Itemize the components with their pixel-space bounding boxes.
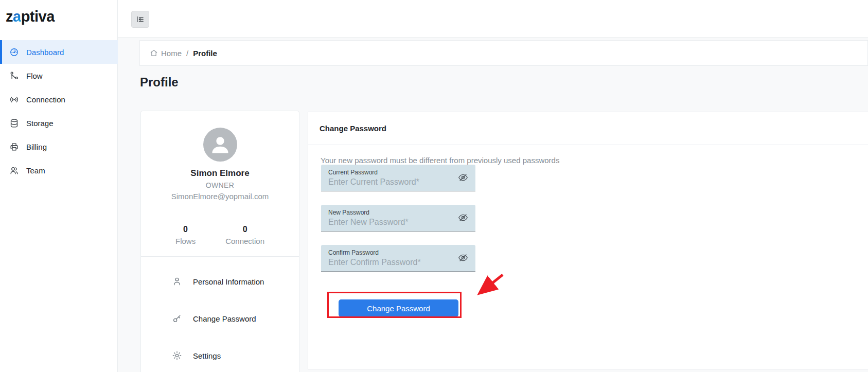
connection-icon [9,95,19,104]
storage-icon [9,118,19,128]
profile-menu-item-personal-information[interactable]: Personal Information [141,270,299,293]
top-navbar [118,0,868,38]
user-role-badge: OWNER [141,181,299,189]
profile-summary-card: Simon Elmore OWNER SimonElmore@yopmail.c… [140,111,299,372]
key-icon [172,313,182,324]
profile-menu-item-settings[interactable]: Settings [141,344,299,367]
confirm-password-label: Confirm Password [328,249,455,256]
sidebar-item-label: Connection [26,95,65,104]
breadcrumb-home-link[interactable]: Home [150,49,182,58]
app-window: zaptiva Dashboard Flow Connection Storag… [0,0,868,372]
home-icon [150,49,158,57]
new-password-visibility-toggle[interactable] [457,212,469,224]
new-password-label: New Password [328,209,455,216]
brand-logo[interactable]: zaptiva [0,0,117,25]
person-silhouette-icon [209,133,232,156]
stat-connection-value: 0 [225,225,264,234]
eye-off-icon [457,172,469,183]
current-password-field: Current Password [321,165,475,191]
profile-card-divider [141,256,299,257]
stat-flows-label: Flows [175,237,196,245]
profile-menu-label: Change Password [193,314,256,323]
change-password-card: Change Password Your new password must b… [308,112,868,369]
new-password-field: New Password [321,205,475,232]
avatar [203,128,237,162]
sidebar-item-label: Flow [26,72,43,80]
logo-suffix: ptiva [21,8,55,25]
eye-off-icon [457,212,469,223]
team-icon [9,166,19,175]
new-password-input[interactable] [328,218,455,227]
breadcrumb: Home / Profile [139,40,868,66]
breadcrumb-current: Profile [193,49,217,58]
sidebar-item-label: Storage [26,119,54,128]
profile-menu-label: Settings [193,351,221,360]
gear-icon [172,350,182,361]
profile-menu: Personal Information Change Password Set… [141,270,299,367]
confirm-password-field: Confirm Password [321,245,475,272]
profile-stats: 0 Flows 0 Connection [141,225,299,245]
password-hint-text: Your new password must be different from… [321,156,868,165]
sidebar-item-label: Dashboard [26,48,64,57]
sidebar-item-label: Billing [26,143,47,151]
stat-flows-value: 0 [175,225,196,234]
breadcrumb-separator: / [186,49,188,58]
logo-accent-letter: a [13,8,21,25]
annotation-arrow-icon [472,270,509,299]
billing-icon [9,142,19,152]
stat-connection-label: Connection [225,237,264,245]
sidebar: zaptiva Dashboard Flow Connection Storag… [0,0,118,372]
sidebar-item-dashboard[interactable]: Dashboard [0,40,118,64]
person-icon [172,276,182,287]
sidebar-item-flow[interactable]: Flow [0,64,118,87]
sidebar-item-billing[interactable]: Billing [0,135,118,158]
flow-icon [9,71,19,81]
profile-menu-item-change-password[interactable]: Change Password [141,307,299,330]
logo-prefix: z [6,8,13,25]
stat-connection: 0 Connection [225,225,264,245]
change-password-button[interactable]: Change Password [339,299,458,317]
change-password-title: Change Password [320,124,386,133]
sidebar-nav: Dashboard Flow Connection Storage Billin… [0,40,118,182]
change-password-header: Change Password [308,112,868,145]
confirm-password-input[interactable] [328,258,455,267]
user-name: Simon Elmore [141,168,299,179]
current-password-label: Current Password [328,169,455,176]
sidebar-item-connection[interactable]: Connection [0,87,118,111]
current-password-visibility-toggle[interactable] [457,172,469,184]
profile-menu-label: Personal Information [193,277,264,286]
user-email: SimonElmore@yopmail.com [141,192,299,201]
eye-off-icon [457,252,469,263]
stat-flows: 0 Flows [175,225,196,245]
breadcrumb-home-label: Home [161,49,182,58]
confirm-password-visibility-toggle[interactable] [457,252,469,264]
page-title: Profile [140,75,179,90]
current-password-input[interactable] [328,178,455,187]
sidebar-item-team[interactable]: Team [0,158,118,182]
sidebar-item-label: Team [26,166,45,175]
sidebar-item-storage[interactable]: Storage [0,111,118,135]
sidebar-toggle-button[interactable] [131,11,149,28]
sidebar-collapse-icon [136,15,145,24]
dashboard-icon [9,47,19,57]
